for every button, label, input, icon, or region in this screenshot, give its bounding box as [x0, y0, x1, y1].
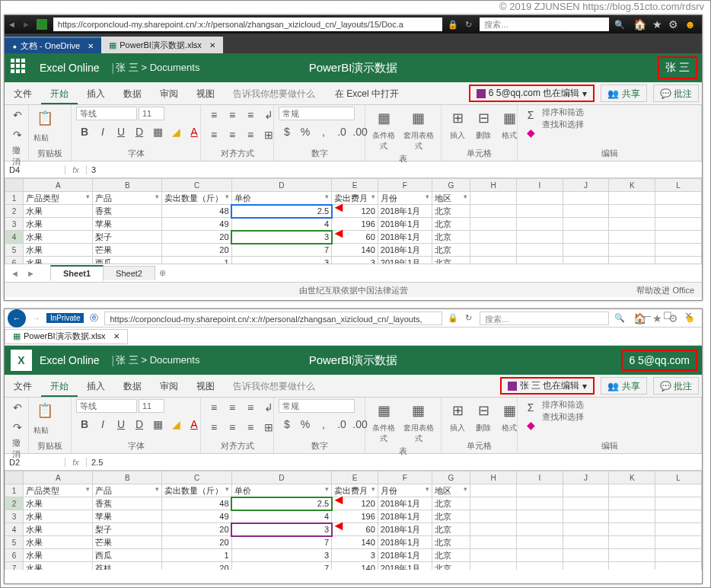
align-l-icon[interactable]: ≡ [206, 126, 222, 143]
filter-icon[interactable]: ▾ [86, 193, 90, 200]
tab-data[interactable]: 数据 [114, 375, 151, 397]
tab-onedrive[interactable]: ⬥文档 - OneDrive✕ [5, 37, 101, 53]
fwd-icon[interactable]: ► [19, 20, 33, 29]
sheet-tab-2[interactable]: Sheet2 [103, 266, 155, 280]
search-icon[interactable]: 🔍 [612, 313, 627, 323]
close-icon[interactable]: ✕ [209, 41, 215, 50]
font-name[interactable]: 等线 [76, 399, 137, 413]
cell-ref[interactable]: D4 [5, 165, 65, 174]
filter-icon[interactable]: ▾ [371, 193, 375, 200]
tab-view[interactable]: 视图 [187, 82, 224, 104]
align-tl-icon[interactable]: ≡ [206, 107, 222, 123]
font-name[interactable]: 等线 [76, 107, 137, 120]
filter-icon[interactable]: ▾ [325, 485, 329, 493]
bold-icon[interactable]: B [76, 123, 93, 140]
max-icon[interactable]: ☐ [663, 310, 672, 325]
home-icon[interactable]: 🏠 [633, 18, 646, 30]
tellme[interactable]: 告诉我你想要做什么 [224, 375, 324, 397]
gear-icon[interactable]: ⚙ [668, 18, 678, 30]
cell-ref[interactable]: D2 [5, 458, 65, 467]
dunder-icon[interactable]: D [131, 416, 148, 433]
filter-icon[interactable]: ▾ [426, 193, 429, 200]
tab-review[interactable]: 审阅 [151, 375, 187, 397]
search-icon[interactable]: 🔍 [612, 20, 627, 30]
close-icon[interactable]: ✕ [113, 332, 120, 340]
annotate-button[interactable]: 💬 批注 [653, 85, 699, 102]
spreadsheet[interactable]: ABCDEFGHIJKL 1产品类型▾产品▾卖出数量（斤）▾单价▾卖出费月▾月份… [5, 178, 702, 264]
border-icon[interactable]: ▦ [149, 123, 166, 140]
redo-icon[interactable]: ↷ [9, 126, 26, 143]
search-box[interactable]: 搜索... [480, 312, 609, 325]
spreadsheet[interactable]: ABCDEFGHIJKL 1产品类型▾产品▾卖出数量（斤）▾单价▾卖出费月▾月份… [5, 471, 702, 570]
fontcolor-icon[interactable]: A [186, 416, 202, 433]
sort-button[interactable]: 排序和筛选 [542, 107, 584, 118]
select-all[interactable] [5, 471, 24, 484]
tab-xlsx[interactable]: ▦PowerBI演示数据.xlsx✕ [101, 37, 223, 53]
share-button[interactable]: 👥 共享 [601, 85, 646, 102]
clear-icon[interactable]: ◆ [522, 124, 539, 141]
comma-icon[interactable]: , [315, 123, 332, 140]
add-sheet-icon[interactable]: ⊕ [155, 268, 171, 278]
cell-value[interactable]: 2.5 [87, 458, 107, 467]
filter-icon[interactable]: ▾ [325, 193, 329, 200]
address-bar[interactable]: https://corponcloud-my.sharepoint.cn/:x:… [104, 312, 442, 325]
dunder-icon[interactable]: D [131, 123, 148, 140]
tab-home[interactable]: 开始 [41, 82, 78, 104]
cond-fmt-icon[interactable]: ▦ [372, 107, 395, 129]
sheet-prev-icon[interactable]: ◄ [8, 267, 22, 280]
autosum-icon[interactable]: Σ [522, 107, 539, 123]
find-button[interactable]: 查找和选择 [542, 411, 584, 423]
address-bar[interactable]: https://corponcloud-my.sharepoint.cn/:x:… [53, 18, 442, 31]
align-r-icon[interactable]: ≡ [242, 126, 259, 143]
filter-icon[interactable]: ▾ [155, 193, 159, 200]
underline-icon[interactable]: U [113, 416, 129, 433]
delete-cell-icon[interactable]: ⊟ [472, 107, 495, 129]
filter-icon[interactable]: ▾ [86, 485, 90, 493]
sheet-next-icon[interactable]: ► [24, 267, 38, 280]
close-icon[interactable]: ✕ [88, 42, 94, 50]
font-size[interactable]: 11 [139, 399, 164, 413]
refresh-icon[interactable]: ↻ [461, 313, 477, 323]
back-icon[interactable]: ← [8, 309, 26, 328]
number-format[interactable]: 常规 [279, 399, 355, 413]
align-c-icon[interactable]: ≡ [224, 126, 241, 143]
sheet-tab-1[interactable]: Sheet1 [50, 265, 104, 281]
italic-icon[interactable]: I [94, 416, 111, 433]
tab-xlsx[interactable]: ▦PowerBI演示数据.xlsx✕ [5, 329, 128, 344]
filter-icon[interactable]: ▾ [225, 193, 229, 200]
table-fmt-icon[interactable]: ▦ [407, 107, 430, 129]
paste-icon[interactable]: 📋 [33, 399, 56, 422]
refresh-icon[interactable]: ↻ [461, 20, 477, 30]
border-icon[interactable]: ▦ [149, 416, 166, 433]
align-tr-icon[interactable]: ≡ [242, 107, 259, 123]
breadcrumb[interactable]: 张 三 > Documents [116, 353, 199, 367]
redo-icon[interactable]: ↷ [9, 419, 26, 436]
dec-inc-icon[interactable]: .0 [333, 123, 350, 140]
fill-icon[interactable]: ◢ [167, 123, 184, 140]
back-icon[interactable]: ◄ [5, 20, 19, 29]
insert-cell-icon[interactable]: ⊞ [446, 107, 469, 129]
fwd-icon[interactable]: → [29, 314, 43, 323]
filter-icon[interactable]: ▾ [155, 485, 159, 493]
fx-icon[interactable]: fx [65, 458, 87, 467]
search-box[interactable]: 搜索... [480, 18, 609, 31]
min-icon[interactable]: — [641, 310, 651, 325]
underline-icon[interactable]: U [113, 123, 129, 140]
find-button[interactable]: 查找和选择 [542, 119, 584, 130]
smile-icon[interactable]: ☻ [684, 18, 696, 30]
breadcrumb[interactable]: 张 三 > Documents [116, 61, 199, 75]
fav-icon[interactable]: ★ [652, 18, 662, 30]
fill-icon[interactable]: ◢ [167, 416, 184, 433]
help-link[interactable]: 帮助改进 Office [636, 283, 694, 298]
tab-insert[interactable]: 插入 [78, 82, 114, 104]
currency-icon[interactable]: $ [279, 123, 295, 140]
undo-icon[interactable]: ↶ [9, 107, 26, 123]
filter-icon[interactable]: ▾ [225, 485, 229, 493]
tab-data[interactable]: 数据 [114, 82, 151, 104]
app-launcher-icon[interactable] [11, 59, 29, 77]
tab-file[interactable]: 文件 [5, 82, 41, 104]
fx-icon[interactable]: fx [65, 165, 87, 174]
percent-icon[interactable]: % [297, 123, 314, 140]
tab-insert[interactable]: 插入 [78, 375, 114, 397]
tab-view[interactable]: 视图 [187, 375, 224, 397]
